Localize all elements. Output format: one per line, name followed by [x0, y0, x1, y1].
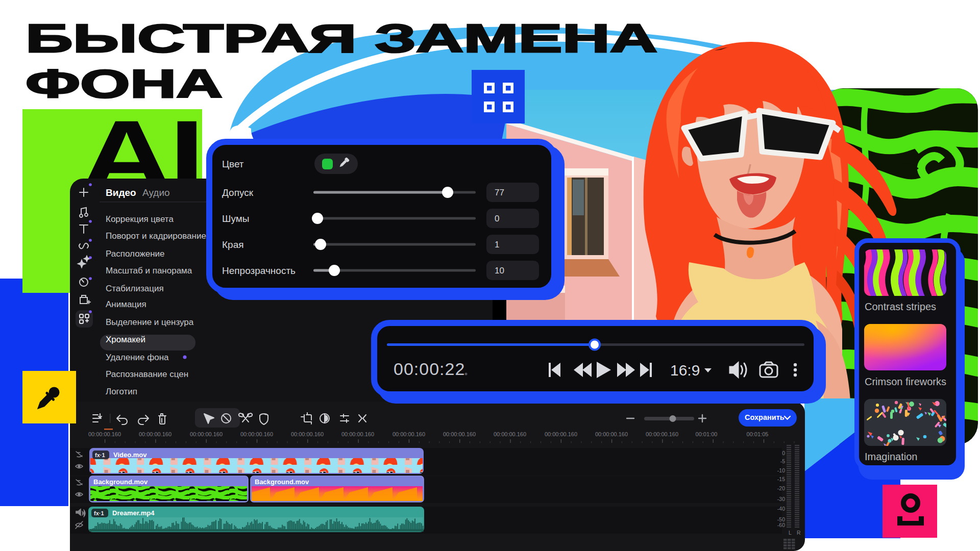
svg-text:16:9: 16:9 — [670, 362, 700, 379]
svg-text:Хромакей: Хромакей — [106, 335, 145, 344]
svg-text:-40: -40 — [777, 506, 785, 512]
svg-text:fx·1: fx·1 — [94, 510, 104, 516]
svg-text:00:00:00.160: 00:00:00.160 — [291, 431, 324, 437]
svg-text:00:00:22: 00:00:22 — [394, 359, 465, 379]
svg-text:ФОНА: ФОНА — [26, 61, 223, 106]
svg-text:00:00:00.160: 00:00:00.160 — [545, 431, 577, 437]
svg-text:Выделение и цензура: Выделение и цензура — [106, 317, 194, 327]
svg-text:Коррекция цвета: Коррекция цвета — [106, 214, 174, 224]
svg-text:L: L — [789, 530, 792, 536]
svg-text:Contrast stripes: Contrast stripes — [865, 301, 936, 312]
svg-text:10: 10 — [495, 266, 504, 276]
svg-text:Dreamer.mp4: Dreamer.mp4 — [112, 509, 155, 517]
svg-text:Непрозрачность: Непрозрачность — [222, 265, 296, 276]
svg-text:Background.mov: Background.mov — [255, 478, 309, 486]
svg-text:Допуск: Допуск — [222, 187, 254, 198]
svg-text:fx·1: fx·1 — [95, 452, 105, 458]
svg-text:Расположение: Расположение — [106, 249, 165, 259]
svg-text:Поворот и кадрирование: Поворот и кадрирование — [106, 231, 206, 241]
svg-text:Video.mov: Video.mov — [113, 451, 147, 459]
svg-text:-5: -5 — [780, 458, 785, 464]
svg-text:Удаление фона: Удаление фона — [106, 353, 169, 362]
svg-text:Crimson fireworks: Crimson fireworks — [865, 376, 946, 387]
svg-text:00:01:00: 00:01:00 — [696, 431, 718, 437]
svg-text:00:00:00.160: 00:00:00.160 — [443, 431, 476, 437]
svg-text:00:00:00.160: 00:00:00.160 — [393, 431, 425, 437]
svg-text:Логотип: Логотип — [106, 387, 137, 396]
svg-text:Imagination: Imagination — [865, 451, 917, 462]
svg-text:00:00:00.160: 00:00:00.160 — [494, 431, 526, 437]
svg-text:00:01:05: 00:01:05 — [747, 431, 769, 437]
svg-text:1: 1 — [495, 240, 499, 249]
svg-text:00:00:00.160: 00:00:00.160 — [88, 431, 121, 437]
svg-text:Видео: Видео — [106, 187, 136, 198]
svg-text:R: R — [797, 530, 801, 536]
svg-text:Распознавание сцен: Распознавание сцен — [106, 369, 188, 379]
svg-text:00:00:00.160: 00:00:00.160 — [341, 431, 374, 437]
svg-text:-60: -60 — [777, 522, 785, 528]
svg-text:00:00:00.160: 00:00:00.160 — [595, 431, 628, 437]
svg-text:Шумы: Шумы — [222, 213, 249, 224]
svg-text:-30: -30 — [777, 496, 785, 502]
svg-text:Края: Края — [222, 239, 244, 250]
svg-text:Анимация: Анимация — [106, 299, 146, 309]
svg-text:Цвет: Цвет — [222, 159, 244, 169]
svg-text:БЫСТРАЯ ЗАМЕНА: БЫСТРАЯ ЗАМЕНА — [26, 16, 657, 61]
svg-text:-10: -10 — [777, 467, 785, 473]
svg-text:Background.mov: Background.mov — [93, 478, 148, 486]
svg-text:Масштаб и панорама: Масштаб и панорама — [106, 266, 192, 276]
svg-text:00:00:00.160: 00:00:00.160 — [139, 431, 172, 437]
svg-text:0: 0 — [782, 450, 785, 456]
svg-text:-15: -15 — [777, 476, 785, 482]
svg-text:77: 77 — [495, 188, 504, 197]
svg-text:00:00:00.160: 00:00:00.160 — [240, 431, 273, 437]
svg-text:00:00:00.160: 00:00:00.160 — [190, 431, 223, 437]
svg-text:-20: -20 — [777, 485, 785, 491]
svg-text:0: 0 — [495, 214, 499, 223]
svg-text:Сохранить: Сохранить — [745, 413, 785, 421]
svg-text:Аудио: Аудио — [142, 187, 170, 198]
svg-text:Стабилизация: Стабилизация — [106, 284, 164, 293]
svg-text:00:00:00.160: 00:00:00.160 — [646, 431, 678, 437]
